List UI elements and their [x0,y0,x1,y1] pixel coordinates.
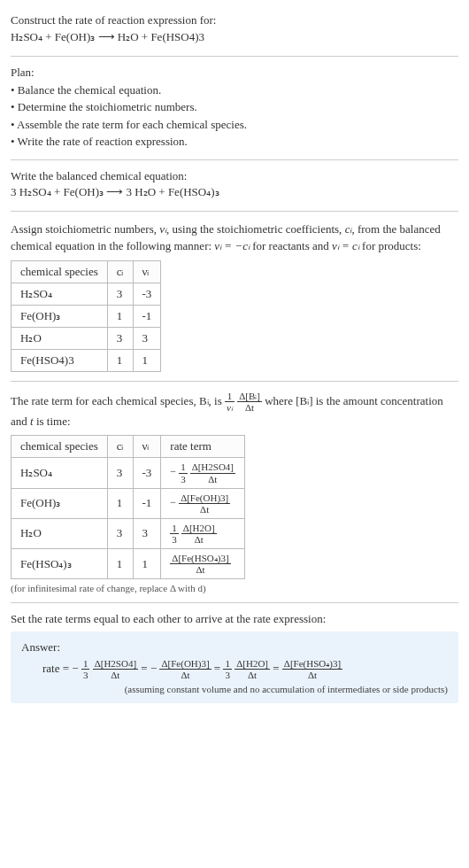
coef-frac: 1 3 [170,523,179,545]
answer-title: Answer: [21,640,448,655]
text: for reactants and [250,239,332,252]
balanced-equation: 3 H₂SO₄ + Fe(OH)₃ ⟶ 3 H₂O + Fe(HSO₄)₃ [11,183,458,202]
cell-c: 3 [107,283,133,305]
table-header-row: chemical species cᵢ νᵢ rate term [12,436,245,458]
text: Assign stoichiometric numbers, [11,222,159,236]
cell-species: Fe(HSO4)3 [12,349,108,371]
frac-num: 1 [223,658,232,670]
cell-nu: -3 [133,458,161,488]
divider [11,159,458,160]
cell-nu: -1 [133,305,161,327]
rateterm-section: The rate term for each chemical species,… [11,385,458,599]
plan-list: Balance the chemical equation. Determine… [11,81,458,151]
th-rate: rate term [161,436,245,458]
cell-nu: 3 [133,327,161,349]
frac-den: 3 [223,670,232,680]
table-row: H₂O 3 3 1 3 Δ[H2O] Δt [12,518,245,548]
th-ci: cᵢ [107,436,133,458]
prompt-title: Construct the rate of reaction expressio… [11,12,458,28]
plan-section: Plan: Balance the chemical equation. Det… [11,60,458,156]
frac-den: 3 [179,474,188,484]
frac-den: 3 [170,534,179,545]
table-row: Fe(HSO₄)₃ 1 1 Δ[Fe(HSO₄)3] Δt [12,549,245,579]
delta-frac: Δ[Fe(OH)3] Δt [159,658,211,680]
cell-rate-term: 1 3 Δ[H2O] Δt [161,518,245,548]
balanced-title: Write the balanced chemical equation: [11,169,458,183]
delta-frac: Δ[H2SO4] Δt [190,461,235,484]
cell-species: Fe(OH)₃ [12,305,108,327]
frac-num: Δ[Fe(HSO₄)3] [170,553,230,564]
table-row: Fe(OH)₃ 1 -1 − Δ[Fe(OH)3] Δt [12,488,245,518]
th-ci: cᵢ [107,260,133,283]
plan-item: Balance the chemical equation. [11,81,458,99]
delta-frac: Δ[H2SO4] Δt [93,658,138,680]
divider [11,56,458,57]
table-row: H₂SO₄ 3 -3 − 1 3 Δ[H2SO4] Δt [12,458,245,488]
plan-item: Write the rate of reaction expression. [11,133,458,151]
answer-box: Answer: rate = − 1 3 Δ[H2SO4] Δt = − Δ[F… [11,632,458,703]
cell-rate-term: Δ[Fe(HSO₄)3] Δt [161,549,245,579]
cell-c: 3 [107,518,133,548]
frac-num: Δ[Fe(HSO₄)3] [282,658,342,670]
frac-num: Δ[Bᵢ] [237,391,262,402]
delta-frac: Δ[H2O] Δt [181,523,217,545]
plan-title: Plan: [11,66,458,80]
table-row: H₂SO₄ 3 -3 [12,283,161,305]
cell-species: Fe(HSO₄)₃ [12,549,108,579]
cell-c: 1 [107,488,133,518]
plan-item: Determine the stoichiometric numbers. [11,98,458,116]
frac-one-over-nu: 1 νᵢ [225,391,234,413]
table-header-row: chemical species cᵢ νᵢ [12,260,161,283]
frac-num: Δ[H2SO4] [93,658,138,670]
table-row: Fe(OH)₃ 1 -1 [12,305,161,327]
cell-nu: 1 [133,549,161,579]
frac-den: Δt [170,564,230,575]
divider [11,211,458,212]
assign-text: Assign stoichiometric numbers, νᵢ, using… [11,221,458,255]
cell-c: 3 [107,327,133,349]
frac-num: Δ[H2O] [181,523,217,534]
frac-num: 1 [81,658,90,670]
cell-c: 1 [107,549,133,579]
frac-den: Δt [179,504,230,515]
th-species: chemical species [12,436,108,458]
cell-c: 3 [107,458,133,488]
frac-den: Δt [282,670,342,680]
prompt-section: Construct the rate of reaction expressio… [11,7,458,52]
stoich-table-2: chemical species cᵢ νᵢ rate term H₂SO₄ 3… [11,435,245,579]
text: , using the stoichiometric coefficients, [166,222,345,236]
sign: − [72,662,78,675]
coef-frac: 1 3 [81,658,90,680]
sign: = [273,662,282,675]
sign: − [170,466,176,478]
cell-species: H₂SO₄ [12,283,108,305]
infinitesimal-note: (for infinitesimal rate of change, repla… [11,583,458,593]
final-section: Set the rate terms equal to each other t… [11,607,458,709]
frac-num: Δ[H2O] [234,658,270,670]
frac-num: Δ[Fe(OH)3] [179,492,230,504]
frac-dB-dt: Δ[Bᵢ] Δt [237,391,262,413]
cell-species: H₂SO₄ [12,458,108,488]
frac-num: 1 [170,523,179,534]
eq: νᵢ = −cᵢ [214,239,250,252]
frac-den: Δt [93,670,138,680]
table-row: H₂O 3 3 [12,327,161,349]
rateterm-text: The rate term for each chemical species,… [11,391,458,430]
th-nui: νᵢ [133,260,161,283]
frac-den: Δt [237,402,262,413]
cell-species: H₂O [12,518,108,548]
stoich-table-1: chemical species cᵢ νᵢ H₂SO₄ 3 -3 Fe(OH)… [11,260,161,372]
delta-frac: Δ[H2O] Δt [234,658,270,680]
plan-item: Assemble the rate term for each chemical… [11,116,458,134]
final-title: Set the rate terms equal to each other t… [11,612,458,626]
balanced-section: Write the balanced chemical equation: 3 … [11,164,458,207]
answer-equation: rate = − 1 3 Δ[H2SO4] Δt = − Δ[Fe(OH)3] … [42,658,448,680]
divider [11,381,458,382]
frac-den: Δt [190,474,235,484]
cell-nu: -1 [133,488,161,518]
frac-num: 1 [179,461,188,473]
cell-species: Fe(OH)₃ [12,488,108,518]
text: The rate term for each chemical species,… [11,393,225,407]
eq: νᵢ = cᵢ [332,239,359,252]
cell-nu: -3 [133,283,161,305]
